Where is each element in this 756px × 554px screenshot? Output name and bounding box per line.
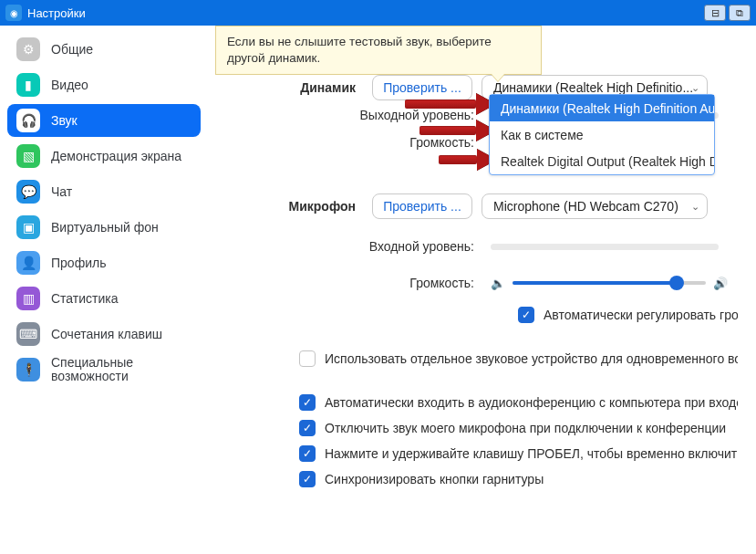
sidebar-item-label: Сочетания клавиш: [51, 327, 162, 341]
checkbox-label: Синхронизировать кнопки гарнитуры: [325, 472, 544, 486]
auto-gain-checkbox[interactable]: ✓: [518, 307, 534, 323]
video-icon: ▮: [16, 73, 40, 97]
test-speaker-button[interactable]: Проверить ...: [372, 75, 472, 100]
sidebar-item-label: Виртуальный фон: [51, 220, 159, 235]
separate-device-label: Использовать отдельное звуковое устройст…: [325, 351, 738, 366]
share-icon: ▧: [16, 144, 40, 168]
headphones-icon: 🎧: [16, 109, 40, 132]
speaker-section-label: Динамик: [226, 80, 372, 95]
speaker-selected-value: Динамики (Realtek High Definitio...: [493, 80, 693, 95]
sidebar-item-audio[interactable]: 🎧Звук: [7, 104, 201, 137]
sidebar-item-label: Профиль: [51, 256, 106, 270]
content-area: Динамик Проверить ... Динамики (Realtek …: [208, 26, 756, 554]
sidebar-item-label: Звук: [51, 113, 78, 128]
sidebar-item-chat[interactable]: 💬Чат: [7, 175, 201, 208]
volume-low-icon: 🔈: [491, 277, 505, 290]
title-bar: ◉ Настройки ⊟ ⧉: [0, 0, 756, 26]
dropdown-option[interactable]: Realtek Digital Output (Realtek High D..…: [490, 148, 714, 174]
sidebar-item-shortcuts[interactable]: ⌨Сочетания клавиш: [7, 318, 201, 350]
accessibility-icon: 🕴: [16, 358, 40, 382]
sidebar-item-screenshare[interactable]: ▧Демонстрация экрана: [7, 140, 201, 172]
sidebar-item-general[interactable]: ⚙Общие: [7, 33, 201, 66]
checkbox-label: Отключить звук моего микрофона при подкл…: [325, 421, 726, 435]
gear-icon: ⚙: [16, 37, 40, 61]
mic-section-label: Микрофон: [226, 199, 372, 214]
sidebar: ⚙Общие ▮Видео 🎧Звук ▧Демонстрация экрана…: [0, 26, 208, 554]
sidebar-item-label: Общие: [51, 42, 93, 57]
mic-device-select[interactable]: Microphone (HD Webcam C270) ⌄: [482, 193, 708, 219]
mute-on-join-checkbox[interactable]: ✓: [299, 420, 316, 436]
test-mic-button[interactable]: Проверить ...: [372, 193, 472, 219]
window-button-2[interactable]: ⧉: [729, 5, 751, 21]
chevron-down-icon: ⌄: [691, 201, 699, 213]
mic-input-meter: [491, 244, 719, 250]
chat-icon: 💬: [16, 180, 40, 204]
output-level-label: Выходной уровень:: [226, 108, 491, 122]
sidebar-item-virtualbg[interactable]: ▣Виртуальный фон: [7, 211, 201, 244]
separate-device-checkbox[interactable]: [299, 350, 316, 367]
speaker-volume-label: Громкость:: [226, 135, 491, 150]
push-to-talk-checkbox[interactable]: ✓: [299, 445, 316, 462]
mic-volume-slider[interactable]: [513, 281, 706, 285]
person-icon: 👤: [16, 251, 40, 275]
chevron-down-icon: ⌄: [691, 82, 699, 94]
tooltip-text: Если вы не слышите тестовый звук, выбери…: [227, 35, 492, 65]
sidebar-item-accessibility[interactable]: 🕴Специальные возможности: [7, 353, 201, 386]
sidebar-item-profile[interactable]: 👤Профиль: [7, 246, 201, 279]
window-button-1[interactable]: ⊟: [704, 5, 726, 21]
mic-volume-label: Громкость:: [226, 276, 491, 290]
window-title: Настройки: [27, 6, 86, 20]
sidebar-item-label: Статистика: [51, 291, 119, 306]
sidebar-item-video[interactable]: ▮Видео: [7, 68, 201, 101]
auto-join-audio-checkbox[interactable]: ✓: [299, 394, 316, 411]
picture-icon: ▣: [16, 215, 40, 239]
sidebar-item-label: Чат: [51, 184, 72, 199]
app-icon: ◉: [5, 5, 22, 21]
speaker-device-dropdown[interactable]: Динамики (Realtek High Definition Au... …: [489, 94, 715, 175]
mic-selected-value: Microphone (HD Webcam C270): [493, 199, 678, 214]
sidebar-item-stats[interactable]: ▥Статистика: [7, 282, 201, 315]
keyboard-icon: ⌨: [16, 322, 40, 346]
tooltip-speaker-hint: Если вы не слышите тестовый звук, выбери…: [215, 26, 542, 75]
sidebar-item-label: Демонстрация экрана: [51, 149, 181, 163]
input-level-label: Входной уровень:: [226, 239, 491, 254]
checkbox-label: Автоматически входить в аудиоконференцию…: [325, 395, 738, 410]
volume-high-icon: 🔊: [713, 277, 728, 290]
stats-icon: ▥: [16, 287, 40, 310]
dropdown-option[interactable]: Как в системе: [490, 121, 714, 148]
auto-gain-label: Автоматически регулировать гром...: [544, 308, 738, 322]
checkbox-label: Нажмите и удерживайте клавишу ПРОБЕЛ, чт…: [325, 446, 738, 461]
sync-headset-checkbox[interactable]: ✓: [299, 471, 316, 487]
sidebar-item-label: Видео: [51, 78, 88, 92]
sidebar-item-label: Специальные возможности: [51, 356, 192, 384]
dropdown-option[interactable]: Динамики (Realtek High Definition Au...: [490, 95, 714, 121]
